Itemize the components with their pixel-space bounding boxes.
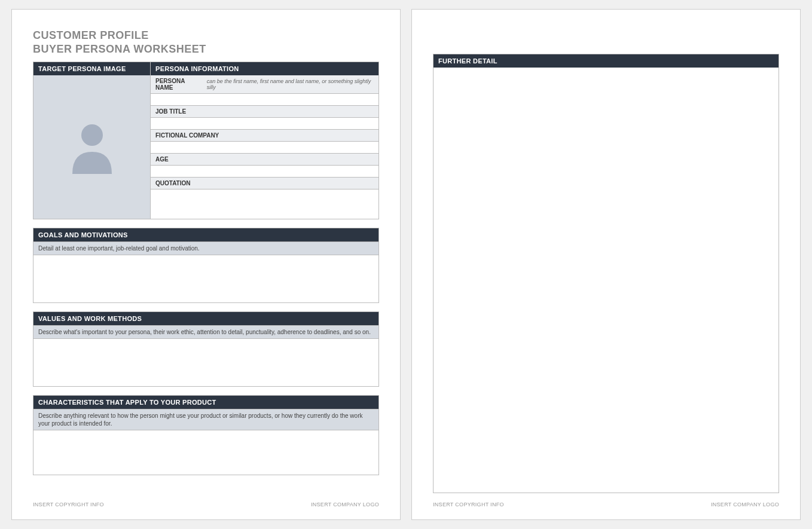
goals-hint: Detail at least one important, job-relat… xyxy=(33,241,378,255)
values-input[interactable] xyxy=(33,338,378,386)
characteristics-input[interactable] xyxy=(33,430,378,475)
image-column: TARGET PERSONA IMAGE xyxy=(33,62,150,219)
persona-image-placeholder[interactable] xyxy=(33,75,150,219)
characteristics-section: CHARACTERISTICS THAT APPLY TO YOUR PRODU… xyxy=(33,395,379,475)
values-header: VALUES AND WORK METHODS xyxy=(33,312,378,325)
document-title: CUSTOMER PROFILE BUYER PERSONA WORKSHEET xyxy=(33,29,379,56)
footer-logo-2: INSERT COMPANY LOGO xyxy=(711,502,779,507)
title-line-1: CUSTOMER PROFILE xyxy=(33,29,379,42)
persona-top-section: TARGET PERSONA IMAGE PERSONA INFORMATION… xyxy=(33,62,379,219)
job-title-label: JOB TITLE xyxy=(151,105,378,117)
age-input[interactable] xyxy=(151,165,378,177)
further-detail-section: FURTHER DETAIL xyxy=(433,54,779,493)
goals-header: GOALS AND MOTIVATIONS xyxy=(33,228,378,241)
persona-name-label-text: PERSONA NAME xyxy=(155,78,202,91)
fictional-company-label: FICTIONAL COMPANY xyxy=(151,129,378,141)
persona-name-label: PERSONA NAME can be the first name, firs… xyxy=(151,75,378,93)
goals-section: GOALS AND MOTIVATIONS Detail at least on… xyxy=(33,228,379,303)
fictional-company-input[interactable] xyxy=(151,141,378,153)
further-detail-header: FURTHER DETAIL xyxy=(434,54,779,68)
page-footer-2: INSERT COPYRIGHT INFO INSERT COMPANY LOG… xyxy=(433,493,779,507)
title-line-2: BUYER PERSONA WORKSHEET xyxy=(33,42,379,56)
image-header: TARGET PERSONA IMAGE xyxy=(33,62,150,75)
page-footer: INSERT COPYRIGHT INFO INSERT COMPANY LOG… xyxy=(33,493,379,507)
quotation-input[interactable] xyxy=(151,189,378,219)
age-label: AGE xyxy=(151,153,378,165)
persona-name-input[interactable] xyxy=(151,93,378,105)
page-2: FURTHER DETAIL INSERT COPYRIGHT INFO INS… xyxy=(411,9,801,520)
page-1: CUSTOMER PROFILE BUYER PERSONA WORKSHEET… xyxy=(11,9,401,520)
goals-input[interactable] xyxy=(33,255,378,302)
avatar-icon xyxy=(65,117,119,177)
values-hint: Describe what's important to your person… xyxy=(33,325,378,338)
info-column: PERSONA INFORMATION PERSONA NAME can be … xyxy=(150,62,378,219)
values-section: VALUES AND WORK METHODS Describe what's … xyxy=(33,311,379,387)
further-detail-input[interactable] xyxy=(434,68,779,493)
persona-name-hint: can be the first name, first name and la… xyxy=(207,78,374,90)
footer-copyright: INSERT COPYRIGHT INFO xyxy=(33,502,104,507)
job-title-input[interactable] xyxy=(151,117,378,129)
characteristics-header: CHARACTERISTICS THAT APPLY TO YOUR PRODU… xyxy=(33,396,378,409)
quotation-label: QUOTATION xyxy=(151,177,378,189)
svg-point-0 xyxy=(81,124,103,146)
info-header: PERSONA INFORMATION xyxy=(151,62,378,75)
characteristics-hint: Describe anything relevant to how the pe… xyxy=(33,409,378,430)
footer-copyright-2: INSERT COPYRIGHT INFO xyxy=(433,502,504,507)
footer-logo: INSERT COMPANY LOGO xyxy=(311,502,379,507)
